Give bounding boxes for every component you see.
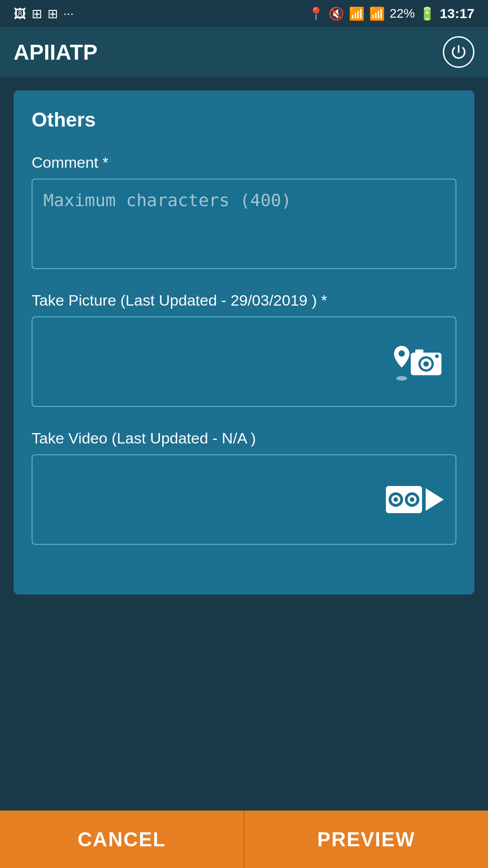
- section-title: Others: [32, 108, 456, 131]
- svg-point-0: [396, 376, 407, 381]
- status-bar: 🖼 ⊞ ⊞ ··· 📍 🔇 📶 📶 22% 🔋 13:17: [0, 0, 488, 27]
- picture-field-group: Take Picture (Last Updated - 29/03/2019 …: [32, 292, 456, 407]
- app-header: APIIATP: [0, 27, 488, 77]
- svg-rect-6: [415, 349, 423, 355]
- video-field-group: Take Video (Last Updated - N/A ): [32, 429, 456, 545]
- main-content: Others Comment * Take Picture (Last Upda…: [0, 77, 488, 811]
- preview-button[interactable]: PREVIEW: [244, 811, 488, 868]
- cancel-button[interactable]: CANCEL: [0, 811, 244, 868]
- power-icon: [450, 43, 468, 61]
- app-title: APIIATP: [14, 40, 98, 65]
- comment-field-group: Comment *: [32, 154, 456, 269]
- video-label: Take Video (Last Updated - N/A ): [32, 429, 456, 447]
- svg-point-7: [435, 354, 439, 358]
- battery-text: 22%: [389, 6, 415, 21]
- camera-with-pin-icon: [390, 341, 445, 382]
- location-icon: 📍: [308, 6, 324, 21]
- more-icon: ···: [63, 6, 74, 21]
- power-button[interactable]: [443, 36, 474, 68]
- comment-input[interactable]: [32, 179, 456, 269]
- svg-point-14: [410, 497, 414, 502]
- svg-point-11: [394, 497, 398, 502]
- video-camera-icon: [386, 481, 445, 518]
- svg-point-1: [399, 350, 405, 357]
- status-bar-left: 🖼 ⊞ ⊞ ···: [14, 6, 74, 21]
- cancel-label: CANCEL: [78, 828, 166, 851]
- battery-icon: 🔋: [419, 6, 435, 21]
- apps-icon-2: ⊞: [47, 6, 58, 21]
- wifi-icon: 📶: [349, 6, 365, 21]
- svg-point-5: [423, 361, 429, 367]
- status-bar-right: 📍 🔇 📶 📶 22% 🔋 13:17: [308, 6, 474, 21]
- video-input[interactable]: [32, 454, 456, 545]
- signal-icon: 📶: [369, 6, 385, 21]
- preview-label: PREVIEW: [317, 828, 415, 851]
- volume-mute-icon: 🔇: [328, 6, 344, 21]
- picture-label: Take Picture (Last Updated - 29/03/2019 …: [32, 292, 456, 309]
- apps-icon-1: ⊞: [32, 6, 42, 21]
- bottom-bar: CANCEL PREVIEW: [0, 811, 488, 868]
- picture-input[interactable]: [32, 316, 456, 407]
- svg-marker-15: [426, 488, 444, 511]
- form-card: Others Comment * Take Picture (Last Upda…: [14, 90, 474, 594]
- status-time: 13:17: [440, 6, 474, 21]
- comment-label: Comment *: [32, 154, 456, 171]
- image-icon: 🖼: [14, 6, 26, 21]
